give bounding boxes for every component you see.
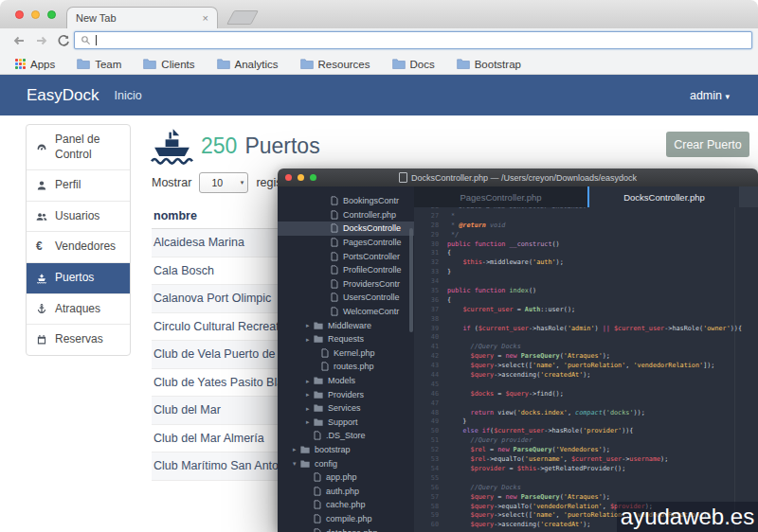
brand-easydock[interactable]: EasyDock [27, 86, 99, 105]
zoom-window-button[interactable] [310, 174, 316, 181]
bookmark-resources[interactable]: Resources [300, 59, 370, 70]
tree-file-auth-php[interactable]: auth.php [278, 484, 414, 498]
bookmark-label: Docs [410, 59, 435, 70]
users-icon [36, 211, 48, 222]
bookmark-docs[interactable]: Docs [392, 59, 435, 70]
tree-file-cache-php[interactable]: cache.php [278, 498, 414, 512]
tree-file-dockscontrolle[interactable]: DocksControlle [278, 222, 414, 236]
code-line: 36{ [414, 296, 758, 306]
tree-item-label: ProvidersContr [343, 279, 400, 289]
browser-tab[interactable]: New Tab × [66, 7, 218, 28]
tree-file-bookingscontr[interactable]: BookingsContr [278, 194, 414, 208]
tree-item-label: Providers [328, 390, 364, 399]
browser-titlebar: New Tab × [0, 0, 758, 29]
port-name: Club del Mar Almería [153, 432, 264, 445]
editor-titlebar[interactable]: DocksController.php — /Users/creyon/Down… [278, 168, 758, 186]
tree-file-database-php[interactable]: database.php [278, 525, 414, 532]
code-line: 32 $this->middleware('auth'); [414, 258, 758, 268]
tree-file-welcomecontr[interactable]: WelcomeContr [278, 305, 414, 319]
line-number: 53 [414, 455, 447, 465]
tree-file-providerscontr[interactable]: ProvidersContr [278, 277, 414, 292]
code-area: 26 * Create a new controller instance.27… [414, 207, 758, 532]
tree-file-compile-php[interactable]: compile.php [278, 512, 414, 526]
tree-folder-middleware[interactable]: ▸Middleware [278, 318, 414, 332]
sidebar-item-panel-de-control[interactable]: Panel de Control [27, 125, 130, 170]
forward-icon[interactable] [34, 33, 49, 48]
editor-tab-dockscontroller-php[interactable]: DocksController.php [587, 186, 739, 207]
file-icon [314, 528, 321, 532]
nav-item-inicio[interactable]: Inicio [115, 89, 142, 102]
tree-file-userscontrolle[interactable]: UsersControlle [278, 291, 414, 305]
tree-file-app-php[interactable]: app.php [278, 470, 414, 485]
sidebar-item-usuarios[interactable]: Usuarios [27, 202, 130, 233]
sidebar-nav: Panel de ControlPerfilUsuarios€Vendedore… [26, 124, 131, 356]
reload-icon[interactable] [56, 33, 71, 48]
create-port-button[interactable]: Crear Puerto [666, 132, 749, 157]
file-icon [321, 348, 329, 358]
sidebar-item-vendedores[interactable]: €Vendedores [27, 232, 130, 263]
code-line: 52 $rel = new ParseQuery('Vendedores'); [414, 446, 758, 455]
line-number: 42 [414, 352, 447, 362]
tree-file-ds-store[interactable]: .DS_Store [278, 429, 414, 443]
bookmark-team[interactable]: Team [77, 59, 121, 70]
tree-item-label: Support [328, 417, 358, 427]
file-icon [314, 431, 321, 440]
app-header: EasyDock Inicio admin ▾ [0, 75, 758, 115]
sidebar-item-atraques[interactable]: Atraques [27, 294, 130, 326]
close-window-button[interactable] [15, 10, 24, 19]
chevron-right-icon[interactable]: ▸ [306, 322, 314, 328]
chevron-right-icon[interactable]: ▸ [306, 378, 314, 384]
tree-folder-bootstrap[interactable]: ▸bootstrap [278, 443, 414, 457]
tree-file-routes-php[interactable]: routes.php [278, 360, 414, 374]
tree-file-portscontroller[interactable]: PortsController [278, 249, 414, 263]
chevron-right-icon[interactable]: ▸ [306, 405, 314, 412]
sidebar-item-perfil[interactable]: Perfil [27, 170, 130, 202]
tree-folder-config[interactable]: ▾config [278, 456, 414, 470]
sidebar-item-label: Perfil [55, 178, 81, 193]
chevron-right-icon[interactable]: ▸ [306, 336, 314, 343]
page-length-select[interactable]: 10 ▾ [199, 172, 248, 193]
tree-file-controller-php[interactable]: Controller.php [278, 208, 414, 222]
code-line: 28 * @return void [414, 222, 758, 231]
folder-icon [314, 335, 323, 343]
sidebar-item-label: Puertos [55, 271, 94, 286]
close-window-button[interactable] [285, 174, 292, 181]
new-tab-button[interactable] [226, 10, 259, 25]
code-line: 37 $current_user = Auth::user(); [414, 306, 758, 315]
tree-file-pagescontrolle[interactable]: PagesControlle [278, 236, 414, 250]
bookmark-apps[interactable]: Apps [15, 59, 55, 70]
tab-close-icon[interactable]: × [203, 13, 208, 24]
minimize-window-button[interactable] [298, 174, 304, 181]
bookmark-bootstrap[interactable]: Bootstrap [457, 59, 521, 70]
file-icon [331, 279, 338, 289]
tree-scrollbar[interactable] [409, 228, 413, 332]
line-number: 58 [414, 503, 447, 512]
tree-file-kernel-php[interactable]: Kernel.php [278, 346, 414, 361]
apps-grid-icon [15, 59, 26, 69]
tree-folder-models[interactable]: ▸Models [278, 374, 414, 388]
minimize-window-button[interactable] [31, 10, 40, 19]
column-ruler [734, 207, 735, 532]
zoom-window-button[interactable] [47, 10, 56, 19]
tree-folder-providers[interactable]: ▸Providers [278, 387, 414, 401]
user-menu[interactable]: admin ▾ [690, 89, 730, 102]
bookmark-clients[interactable]: Clients [143, 59, 194, 70]
line-number: 56 [414, 484, 447, 493]
tree-folder-services[interactable]: ▸Services [278, 401, 414, 416]
line-number: 31 [414, 249, 447, 258]
back-icon[interactable] [11, 33, 27, 48]
editor-tab-pagescontroller-php[interactable]: PagesController.php [414, 186, 587, 207]
bookmark-analytics[interactable]: Analytics [217, 59, 279, 70]
chevron-right-icon[interactable]: ▸ [306, 418, 314, 425]
code-line: 50 else if($current_user->hasRole('provi… [414, 427, 758, 436]
sidebar-item-puertos[interactable]: Puertos [27, 263, 130, 294]
chevron-right-icon[interactable]: ▸ [306, 391, 314, 398]
chevron-right-icon[interactable]: ▸ [293, 446, 300, 452]
tree-folder-requests[interactable]: ▸Requests [278, 332, 414, 346]
tree-folder-support[interactable]: ▸Support [278, 416, 414, 430]
tree-file-profilecontrolle[interactable]: ProfileControlle [278, 263, 414, 277]
code-line: 38 [414, 315, 758, 325]
address-bar[interactable] [74, 31, 752, 49]
sidebar-item-reservas[interactable]: Reservas [27, 325, 130, 355]
chevron-down-icon[interactable]: ▾ [293, 460, 300, 467]
